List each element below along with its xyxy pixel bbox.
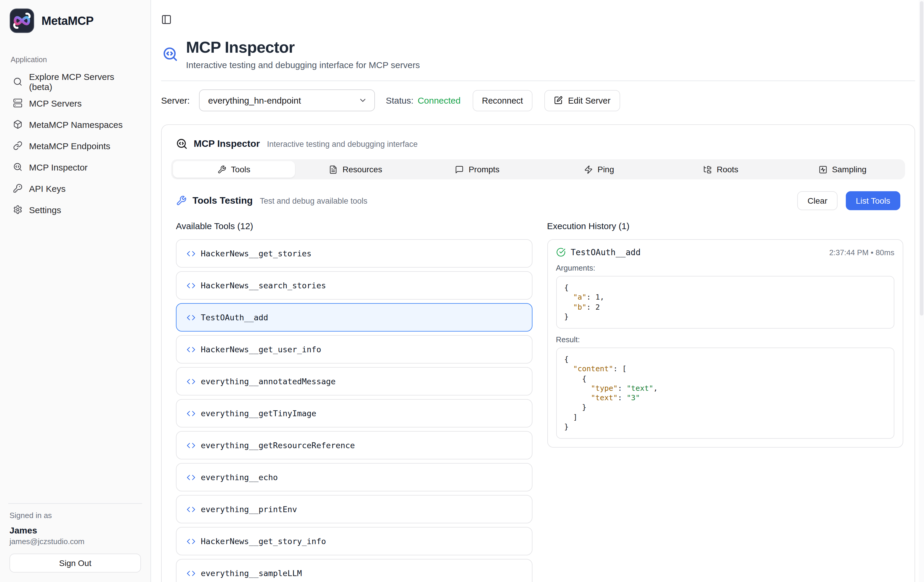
edit-server-button[interactable]: Edit Server: [544, 90, 620, 111]
brand: MetaMCP: [10, 8, 141, 33]
tool-item-hackernews-search-stories[interactable]: HackerNews__search_stories: [176, 271, 532, 300]
tool-name: HackerNews__get_story_info: [201, 536, 326, 546]
sidebar-menu: Explore MCP Servers (beta)MCP ServersMet…: [10, 71, 141, 220]
page-title: MCP Inspector: [186, 38, 420, 57]
brand-name: MetaMCP: [41, 14, 94, 28]
tool-item-hackernews-get-story-info[interactable]: HackerNews__get_story_info: [176, 527, 532, 556]
user-name: James: [10, 525, 141, 535]
tab-label: Resources: [343, 165, 382, 174]
tab-label: Prompts: [469, 165, 499, 174]
sidebar-item-label: MCP Inspector: [29, 162, 87, 172]
tab-prompts[interactable]: Prompts: [416, 161, 538, 178]
tools-actions: Clear List Tools: [797, 191, 900, 210]
tool-item-everything-echo[interactable]: everything__echo: [176, 463, 532, 491]
signed-in-as-label: Signed in as: [10, 511, 141, 520]
activity-square-icon: [818, 165, 827, 174]
server-bar: Server: everything_hn-endpoint Status: C…: [161, 89, 915, 111]
code-icon: [186, 409, 195, 418]
reconnect-button[interactable]: Reconnect: [472, 90, 533, 111]
tab-roots[interactable]: Roots: [660, 161, 782, 178]
execution-history-heading: Execution History (1): [547, 221, 903, 231]
tool-item-everything-samplellm[interactable]: everything__sampleLLM: [176, 559, 532, 582]
tool-name: everything__annotatedMessage: [201, 376, 335, 386]
sidebar-item-settings[interactable]: Settings: [10, 199, 141, 220]
tool-item-everything-getresourcereference[interactable]: everything__getResourceReference: [176, 431, 532, 460]
status-label: Status:: [386, 95, 413, 106]
footer-divider: [8, 503, 142, 504]
sidebar-section-label: Application: [10, 56, 141, 64]
zap-icon: [584, 165, 592, 174]
sidebar-item-metamcp-namespaces[interactable]: MetaMCP Namespaces: [10, 114, 141, 135]
server-select[interactable]: everything_hn-endpoint: [199, 89, 375, 111]
wrench-icon: [217, 165, 226, 174]
file-text-icon: [329, 165, 338, 174]
code-icon: [186, 377, 195, 386]
status-value: Connected: [417, 95, 460, 106]
edit-server-label: Edit Server: [568, 96, 610, 105]
tab-ping[interactable]: Ping: [538, 161, 660, 178]
sidebar-item-api-keys[interactable]: API Keys: [10, 178, 141, 199]
sidebar-item-label: MCP Servers: [29, 98, 82, 108]
settings-icon: [13, 205, 23, 214]
clear-button[interactable]: Clear: [797, 191, 838, 210]
inspector-subtitle: Interactive testing and debugging interf…: [267, 139, 417, 148]
main-content: MCP Inspector Interactive testing and de…: [151, 0, 924, 582]
code-icon: [186, 473, 195, 481]
execution-tool-name: TestOAuth__add: [571, 247, 640, 257]
key-icon: [13, 183, 23, 193]
edit-icon: [554, 96, 563, 105]
tool-name: everything__echo: [201, 473, 278, 482]
tool-item-everything-printenv[interactable]: everything__printEnv: [176, 495, 532, 523]
execution-entry-header: TestOAuth__add 2:37:44 PM • 80ms: [556, 247, 894, 257]
execution-history-column: Execution History (1) TestOAuth__add 2:3…: [547, 221, 903, 582]
execution-history-list: TestOAuth__add 2:37:44 PM • 80ms Argumen…: [547, 239, 903, 448]
tool-item-testoauth-add[interactable]: TestOAuth__add: [176, 303, 532, 331]
code-icon: [186, 569, 195, 577]
result-label: Result:: [556, 335, 894, 344]
search-icon: [13, 77, 23, 86]
tool-name: everything__getResourceReference: [201, 440, 355, 450]
tool-item-everything-gettinyimage[interactable]: everything__getTinyImage: [176, 399, 532, 427]
inspector-card-header: MCP Inspector Interactive testing and de…: [162, 125, 914, 150]
arguments-label: Arguments:: [556, 264, 894, 272]
search-code-icon: [13, 162, 23, 172]
sidebar-item-metamcp-endpoints[interactable]: MetaMCP Endpoints: [10, 135, 141, 156]
code-icon: [186, 537, 195, 546]
scrollbar-thumb[interactable]: [919, 1, 923, 316]
sidebar-item-mcp-servers[interactable]: MCP Servers: [10, 92, 141, 114]
result-json: { "content": [ { "type": "text", "text":…: [556, 348, 894, 439]
sidebar-item-explore-mcp-servers-beta[interactable]: Explore MCP Servers (beta): [10, 71, 141, 92]
code-icon: [186, 441, 195, 450]
tab-sampling[interactable]: Sampling: [782, 161, 903, 178]
tool-name: everything__printEnv: [201, 505, 297, 514]
tool-item-hackernews-get-user-info[interactable]: HackerNews__get_user_info: [176, 335, 532, 364]
search-code-icon: [162, 46, 178, 62]
check-circle-icon: [556, 247, 565, 257]
tool-name: HackerNews__search_stories: [201, 280, 326, 290]
tab-resources[interactable]: Resources: [295, 161, 416, 178]
inspector-columns: Available Tools (12) HackerNews__get_sto…: [162, 210, 914, 582]
tool-item-hackernews-get-stories[interactable]: HackerNews__get_stories: [176, 239, 532, 268]
server-select-value: everything_hn-endpoint: [208, 95, 301, 106]
scrollbar-track[interactable]: [919, 0, 924, 582]
sidebar-item-mcp-inspector[interactable]: MCP Inspector: [10, 156, 141, 178]
code-icon: [186, 281, 195, 290]
code-icon: [186, 249, 195, 258]
tool-name: everything__getTinyImage: [201, 409, 316, 418]
arguments-json: { "a": 1, "b": 2 }: [556, 276, 894, 328]
inspector-card: MCP Inspector Interactive testing and de…: [161, 124, 915, 582]
tab-label: Ping: [597, 165, 614, 174]
package-icon: [13, 120, 23, 129]
sign-out-button[interactable]: Sign Out: [10, 554, 141, 572]
wrench-icon: [176, 195, 186, 206]
list-tools-button[interactable]: List Tools: [846, 191, 900, 210]
tools-testing-header: Tools Testing Test and debug available t…: [162, 180, 914, 210]
sidebar: MetaMCP Application Explore MCP Servers …: [0, 0, 151, 582]
tool-name: TestOAuth__add: [201, 313, 268, 322]
tab-tools[interactable]: Tools: [173, 161, 295, 178]
metamcp-logo-icon: [10, 8, 35, 33]
tab-label: Tools: [231, 165, 250, 174]
tool-item-everything-annotatedmessage[interactable]: everything__annotatedMessage: [176, 367, 532, 396]
sidebar-toggle-icon[interactable]: [161, 14, 172, 25]
available-tools-heading: Available Tools (12): [176, 221, 532, 231]
